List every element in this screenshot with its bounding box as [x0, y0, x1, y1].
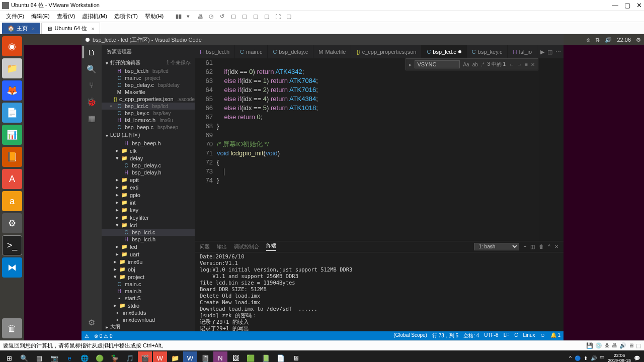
- workspace-header[interactable]: ▾ LCD (工作区): [102, 131, 195, 140]
- editor-tab[interactable]: Hbsp_lcd.h: [195, 45, 235, 58]
- find-input[interactable]: [415, 60, 460, 68]
- start-button[interactable]: ⊞: [2, 351, 16, 362]
- find-close-icon[interactable]: ✕: [531, 62, 535, 67]
- taskbar-app[interactable]: N: [213, 351, 227, 362]
- menu-vm[interactable]: 虚拟机(M): [79, 12, 110, 21]
- firefox-icon[interactable]: 🦊: [2, 80, 22, 101]
- tree-folder[interactable]: ▾ 📁 project: [102, 273, 195, 281]
- editor-tab[interactable]: Cbsp_lcd.c: [422, 45, 466, 58]
- status-lang[interactable]: C: [514, 332, 518, 339]
- editor-tab[interactable]: Cmain.c: [235, 45, 268, 58]
- tree-folder[interactable]: ▸ 📁 stdio: [102, 302, 195, 309]
- tab-problems[interactable]: 问题: [200, 243, 210, 250]
- menu-file[interactable]: 文件(F): [3, 12, 27, 21]
- editor-tab[interactable]: Hfsl_io: [508, 45, 537, 58]
- open-editor-item[interactable]: Cbsp_key.cbsp/key: [102, 110, 195, 117]
- app2-icon[interactable]: a: [2, 191, 22, 211]
- next-match-icon[interactable]: →: [517, 62, 522, 67]
- run-icon[interactable]: ▶: [540, 49, 544, 55]
- tray-icon[interactable]: 🔊: [591, 355, 597, 361]
- network-icon[interactable]: ⇅: [595, 37, 600, 43]
- device-icon[interactable]: 🖧: [604, 342, 610, 349]
- settings-icon[interactable]: ⚙: [2, 213, 22, 233]
- feedback-icon[interactable]: ☺: [540, 332, 545, 339]
- vscode-icon[interactable]: ⧓: [2, 257, 22, 278]
- close-button[interactable]: ✕: [636, 2, 642, 9]
- revert-icon[interactable]: ↺: [217, 12, 225, 21]
- device-icon[interactable]: 🔊: [619, 342, 626, 349]
- tool2-icon[interactable]: ▢: [239, 12, 247, 21]
- taskview-button[interactable]: ▤: [32, 351, 46, 362]
- taskbar-app[interactable]: 📷: [47, 351, 61, 362]
- tree-folder[interactable]: ▸ 📁 clk: [102, 147, 195, 154]
- shell-select[interactable]: 1: bash: [474, 243, 519, 250]
- status-eol[interactable]: LF: [504, 332, 510, 339]
- minimap[interactable]: [539, 58, 564, 241]
- snapshot-icon[interactable]: 🖶: [195, 13, 203, 21]
- sound-icon[interactable]: 🔊: [605, 37, 612, 43]
- panel-time[interactable]: 22:06: [617, 37, 631, 43]
- tree-folder[interactable]: ▸ 📁 epit: [102, 176, 195, 184]
- status-pos[interactable]: 行 73，列 5: [432, 332, 458, 339]
- new-terminal-icon[interactable]: +: [523, 244, 526, 249]
- terminal-icon[interactable]: >_: [2, 235, 22, 255]
- open-editor-item[interactable]: Cbsp_delay.cbsp/delay: [102, 81, 195, 88]
- prev-match-icon[interactable]: ←: [509, 62, 514, 67]
- tray-icon[interactable]: 🔵: [575, 355, 581, 361]
- find-expand-icon[interactable]: ▸: [409, 62, 412, 67]
- taskbar-app[interactable]: 🟢: [93, 351, 107, 362]
- editor-tab[interactable]: MMakefile: [313, 45, 351, 58]
- tray-ime[interactable]: 中: [600, 354, 605, 361]
- search-button[interactable]: 🔍: [17, 351, 31, 362]
- open-editor-item[interactable]: Cmain.cproject: [102, 74, 195, 81]
- status-scope[interactable]: (Global Scope): [393, 332, 427, 339]
- taskbar-app[interactable]: 🟩: [244, 351, 258, 362]
- calc-icon[interactable]: 📊: [2, 125, 22, 145]
- close-panel-icon[interactable]: ✕: [554, 244, 558, 249]
- clock-icon[interactable]: ◷: [206, 12, 214, 21]
- explorer-icon[interactable]: 🗎: [88, 48, 96, 57]
- power-menu-icon[interactable]: ▾: [184, 12, 192, 21]
- warn-icon[interactable]: ⚠: [85, 333, 89, 339]
- minimize-button[interactable]: —: [612, 2, 618, 9]
- tool3-icon[interactable]: ▢: [250, 12, 258, 21]
- status-os[interactable]: Linux: [523, 332, 535, 339]
- open-editor-item[interactable]: Hbsp_lcd.hbsp/lcd: [102, 67, 195, 74]
- open-editor-item[interactable]: MMakefile: [102, 88, 195, 96]
- taskbar-app[interactable]: W: [183, 351, 197, 362]
- tree-folder[interactable]: ▸ 📁 int: [102, 199, 195, 206]
- menu-tabs[interactable]: 选项卡(T): [111, 12, 141, 21]
- open-editor-item[interactable]: Cbsp_beep.cbsp/beep: [102, 124, 195, 131]
- editor-tab[interactable]: {}c_cpp_properties.json: [351, 45, 422, 58]
- tree-file[interactable]: C bsp_lcd.c: [102, 229, 195, 236]
- editor-tab[interactable]: Cbsp_delay.c: [268, 45, 313, 58]
- impress-icon[interactable]: 📙: [2, 147, 22, 167]
- bell-icon[interactable]: 🔔 1: [550, 332, 560, 339]
- outline-header[interactable]: ▸ 大纲: [102, 322, 195, 331]
- menu-help[interactable]: 帮助(H): [142, 12, 167, 21]
- tree-folder[interactable]: ▸ 📁 exti: [102, 184, 195, 191]
- taskbar-app[interactable]: 📗: [259, 351, 273, 362]
- device-icon[interactable]: 🖥: [628, 342, 634, 349]
- kill-terminal-icon[interactable]: 🗑: [539, 244, 544, 249]
- tree-file[interactable]: H main.h: [102, 288, 195, 295]
- tree-folder[interactable]: ▸ 📁 gpio: [102, 191, 195, 199]
- tree-folder[interactable]: ▸ 📁 key: [102, 206, 195, 214]
- open-editor-item[interactable]: ●Cbsp_lcd.cbsp/lcd: [102, 103, 195, 110]
- taskbar-app[interactable]: 🖼: [228, 351, 243, 362]
- tree-file[interactable]: C bsp_delay.c: [102, 162, 195, 169]
- taskbar-app[interactable]: 🦆: [108, 351, 122, 362]
- code-editor[interactable]: 6162636465666768697071727374 if(idx == 0…: [195, 58, 539, 241]
- dash-icon[interactable]: ◉: [2, 36, 22, 56]
- tool1-icon[interactable]: ▢: [228, 12, 236, 21]
- tree-file[interactable]: • imx6u.lds: [102, 309, 195, 316]
- taskbar-app[interactable]: 📓: [198, 351, 212, 362]
- status-errors[interactable]: ⊗ 0 ⚠ 0: [94, 333, 112, 339]
- pause-icon[interactable]: ▮▮: [173, 12, 181, 21]
- tree-folder[interactable]: ▾ 📁 delay: [102, 154, 195, 162]
- scm-icon[interactable]: ⑂: [89, 81, 94, 90]
- split-terminal-icon[interactable]: ◫: [530, 244, 535, 249]
- taskbar-app[interactable]: 🌐: [77, 351, 92, 362]
- maximize-panel-icon[interactable]: ^: [548, 244, 550, 249]
- settings-gear-icon[interactable]: ⚙: [88, 318, 95, 327]
